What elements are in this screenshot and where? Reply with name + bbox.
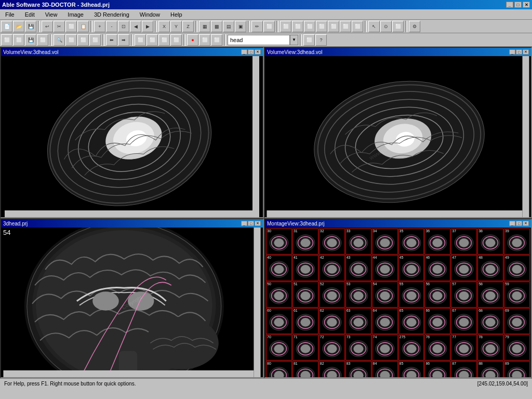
montage-cell-56[interactable]: 56 — [424, 282, 450, 308]
montage-cell-86[interactable]: 86 — [424, 361, 450, 377]
menu-view[interactable]: View — [42, 10, 61, 19]
montage-cell-30[interactable]: 30 — [266, 229, 292, 255]
tb2-b14[interactable]: ⬜ — [170, 34, 182, 46]
tb-cursor[interactable]: ↖ — [368, 21, 380, 32]
montage-cell-49[interactable]: 49 — [504, 255, 530, 281]
tb-zoom-out[interactable]: - — [106, 21, 117, 32]
montage-cell-68[interactable]: 68 — [477, 308, 503, 334]
tb-next[interactable]: ▶ — [142, 21, 153, 32]
montage-cell-35[interactable]: 35 — [398, 229, 424, 255]
tl-close[interactable]: ✕ — [255, 49, 261, 55]
montage-cell-79[interactable]: 79 — [504, 335, 530, 361]
menu-edit[interactable]: Edit — [22, 10, 38, 19]
menu-image[interactable]: Image — [64, 10, 87, 19]
montage-cell-275[interactable]: 275 — [398, 335, 424, 361]
tb2-b13[interactable]: ⬜ — [158, 34, 170, 46]
tb-erase[interactable]: ⬜ — [263, 21, 275, 32]
montage-cell-71[interactable]: 71 — [292, 335, 318, 361]
montage-cell-77[interactable]: 77 — [451, 335, 477, 361]
tb-a7[interactable]: ⬜ — [352, 21, 363, 32]
montage-cell-62[interactable]: 62 — [319, 308, 345, 334]
tb2-b8[interactable]: ⬜ — [89, 34, 101, 46]
montage-cell-63[interactable]: 63 — [345, 308, 371, 334]
tb2-b10[interactable]: ➡ — [118, 34, 129, 46]
montage-cell-61[interactable]: 61 — [292, 308, 318, 334]
tr-min[interactable]: _ — [509, 49, 515, 55]
montage-cell-53[interactable]: 53 — [345, 282, 371, 308]
tb-lasso[interactable]: ⊙ — [380, 21, 392, 32]
montage-cell-43[interactable]: 43 — [345, 255, 371, 281]
montage-cell-60[interactable]: 60 — [266, 308, 292, 334]
tb2-help[interactable]: ? — [315, 34, 327, 46]
tb2-b12[interactable]: ⬜ — [147, 34, 158, 46]
tb2-b16[interactable]: ⬜ — [211, 34, 222, 46]
tb2-b2[interactable]: ⬜ — [13, 34, 24, 46]
bl-max[interactable]: □ — [248, 221, 254, 226]
tb2-b17[interactable]: ⬜ — [303, 34, 315, 46]
tb-z[interactable]: Z — [182, 21, 194, 32]
montage-cell-34[interactable]: 34 — [372, 229, 398, 255]
tb-save[interactable]: 💾 — [25, 21, 36, 32]
montage-cell-51[interactable]: 51 — [292, 282, 318, 308]
menu-file[interactable]: File — [2, 10, 18, 19]
tb-a5[interactable]: ⬜ — [328, 21, 339, 32]
tb-a4[interactable]: ⬜ — [316, 21, 327, 32]
tb-open[interactable]: 📂 — [13, 21, 24, 32]
montage-cell-83[interactable]: 83 — [345, 361, 371, 377]
montage-cell-67[interactable]: 67 — [451, 308, 477, 334]
menu-window[interactable]: Window — [137, 10, 163, 19]
montage-cell-45[interactable]: 45 — [398, 255, 424, 281]
montage-cell-88[interactable]: 88 — [477, 361, 503, 377]
menu-3d-rendering[interactable]: 3D Rendering — [91, 10, 132, 19]
montage-cell-72[interactable]: 72 — [319, 335, 345, 361]
montage-cell-52[interactable]: 52 — [319, 282, 345, 308]
tb-a6[interactable]: ⬜ — [340, 21, 351, 32]
montage-cell-48[interactable]: 48 — [477, 255, 503, 281]
tb-pen[interactable]: ✏ — [251, 21, 263, 32]
montage-cell-42[interactable]: 42 — [319, 255, 345, 281]
br-max[interactable]: □ — [516, 221, 522, 226]
montage-cell-66[interactable]: 66 — [424, 308, 450, 334]
montage-cell-76[interactable]: 76 — [424, 335, 450, 361]
montage-cell-81[interactable]: 81 — [292, 361, 318, 377]
bl-min[interactable]: _ — [241, 221, 247, 226]
montage-cell-31[interactable]: 31 — [292, 229, 318, 255]
tl-max[interactable]: □ — [248, 49, 254, 55]
montage-cell-78[interactable]: 78 — [477, 335, 503, 361]
tb-copy[interactable]: ⬜ — [65, 21, 77, 32]
montage-cell-36[interactable]: 36 — [424, 229, 450, 255]
montage-cell-57[interactable]: 57 — [451, 282, 477, 308]
br-close[interactable]: ✕ — [523, 221, 529, 226]
tb-settings[interactable]: ⚙ — [409, 21, 420, 32]
tb2-record[interactable]: ● — [187, 34, 198, 46]
montage-cell-38[interactable]: 38 — [477, 229, 503, 255]
tb-y[interactable]: Y — [170, 21, 182, 32]
tb-a3[interactable]: ⬜ — [304, 21, 315, 32]
minimize-button[interactable]: _ — [506, 2, 513, 8]
montage-cell-40[interactable]: 40 — [266, 255, 292, 281]
tb-a1[interactable]: ⬜ — [280, 21, 291, 32]
montage-cell-55[interactable]: 55 — [398, 282, 424, 308]
bl-close[interactable]: ✕ — [255, 221, 261, 226]
montage-cell-46[interactable]: 46 — [424, 255, 450, 281]
tb-a2[interactable]: ⬜ — [292, 21, 303, 32]
tb-magic[interactable]: ⬜ — [392, 21, 404, 32]
montage-cell-39[interactable]: 39 — [504, 229, 530, 255]
tb-grid[interactable]: ▦ — [199, 21, 210, 32]
combo-name-input[interactable]: head — [228, 35, 290, 45]
br-min[interactable]: _ — [509, 221, 515, 226]
montage-cell-50[interactable]: 50 — [266, 282, 292, 308]
tb2-b7[interactable]: ⬜ — [77, 34, 89, 46]
montage-cell-69[interactable]: 69 — [504, 308, 530, 334]
montage-cell-65[interactable]: 65 — [398, 308, 424, 334]
tr-close[interactable]: ✕ — [523, 49, 529, 55]
tr-max[interactable]: □ — [516, 49, 522, 55]
montage-cell-70[interactable]: 70 — [266, 335, 292, 361]
montage-cell-85[interactable]: 85 — [398, 361, 424, 377]
montage-cell-33[interactable]: 33 — [345, 229, 371, 255]
close-button[interactable]: ✕ — [523, 2, 530, 8]
montage-cell-47[interactable]: 47 — [451, 255, 477, 281]
tb2-b9[interactable]: ⬅ — [106, 34, 117, 46]
combo-dropdown-arrow[interactable]: ▼ — [290, 35, 298, 45]
montage-cell-87[interactable]: 87 — [451, 361, 477, 377]
